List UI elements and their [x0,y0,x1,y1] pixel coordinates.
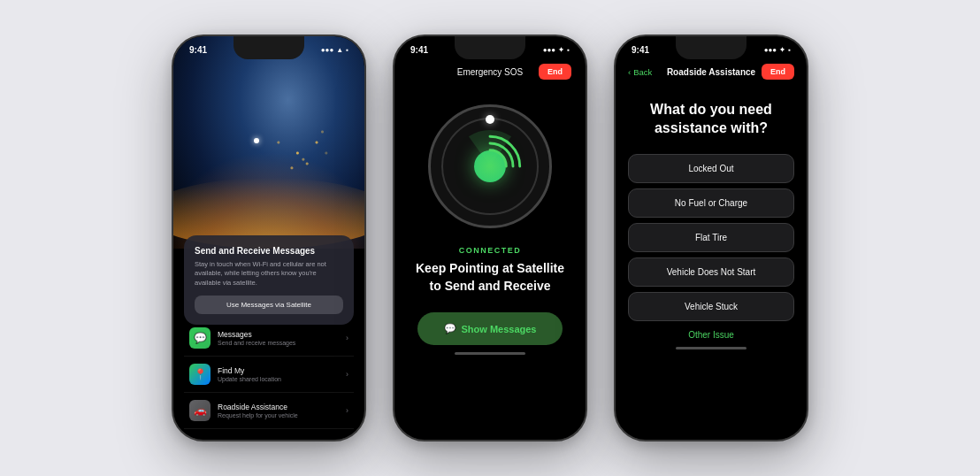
messages-title: Messages [218,330,346,339]
connected-label: CONNECTED [394,246,586,255]
home-indicator [455,352,525,355]
wifi-icon: ▲ [336,46,343,54]
other-issue-link[interactable]: Other Issue [616,330,807,340]
card-title: Send and Receive Messages [195,246,343,256]
phone3-header-title: Roadside Assistance [667,67,755,77]
phone-3: 9:41 ●●● ✦ ▪ ‹ Back Roadside Assistance … [614,35,808,441]
keep-pointing-instruction: Keep Pointing at Satelliteto Send and Re… [394,260,586,295]
phone-1: 9:41 ●●● ▲ ▪ Send and Receive Messages S… [172,35,366,441]
chevron-right-icon: › [346,334,348,342]
signal-icon: ●●● [764,46,777,54]
battery-icon: ▪ [346,46,348,54]
satellite-compass [394,104,586,228]
phone2-header-title: Emergency SOS [457,67,523,77]
roadside-subtitle: Request help for your vehicle [218,412,346,418]
use-messages-satellite-button[interactable]: Use Messages via Satellite [195,296,343,314]
satellite-messages-card: Send and Receive Messages Stay in touch … [184,235,354,326]
phone3-header: ‹ Back Roadside Assistance End [616,58,807,87]
findmy-list-text: Find My Update shared location [218,366,346,382]
phone-2: 9:41 ●●● ✦ ▪ Emergency SOS End [393,35,587,441]
list-item-roadside[interactable]: 🚗 Roadside Assistance Request help for y… [184,393,354,429]
earth-background [173,36,364,249]
battery-icon: ▪ [788,46,791,54]
show-messages-button[interactable]: 💬 Show Messages [417,312,563,345]
roadside-list-text: Roadside Assistance Request help for you… [218,403,346,418]
phone1-screen: 9:41 ●●● ▲ ▪ Send and Receive Messages S… [173,36,364,440]
phone1-time: 9:41 [189,45,207,55]
phone3-time: 9:41 [632,45,649,55]
roadside-title: Roadside Assistance [218,403,346,411]
signal-icon: ●●● [321,46,334,54]
assistance-options-list: Locked Out No Fuel or Charge Flat Tire V… [616,154,807,321]
phone2-time: 9:41 [410,45,428,55]
compass-inner-ring [441,118,539,215]
satellite-signal-icon: ✦ [558,46,564,54]
option-no-fuel[interactable]: No Fuel or Charge [628,188,794,218]
end-button[interactable]: End [762,64,794,80]
signal-arc [443,119,537,213]
signal-icon: ●●● [543,46,556,54]
end-button[interactable]: End [539,64,571,80]
phone2-status-icons: ●●● ✦ ▪ [543,46,570,54]
findmy-subtitle: Update shared location [218,376,346,382]
back-button[interactable]: ‹ Back [628,67,652,77]
satellite-position-dot [254,138,259,143]
chevron-right-icon: › [346,370,348,379]
messages-subtitle: Send and receive messages [218,340,346,346]
home-indicator [676,347,746,349]
phone1-status-bar: 9:41 ●●● ▲ ▪ [173,36,364,58]
findmy-title: Find My [218,366,346,375]
card-description: Stay in touch when Wi-Fi and cellular ar… [195,260,343,288]
satellite-top-dot [486,115,494,124]
phone1-app-list: 💬 Messages Send and receive messages › 📍… [184,320,354,429]
findmy-app-icon: 📍 [189,364,211,385]
option-vehicle-stuck[interactable]: Vehicle Stuck [628,292,794,321]
satellite-signal-icon: ✦ [779,46,785,54]
city-lights [173,36,364,249]
option-no-start[interactable]: Vehicle Does Not Start [628,257,794,287]
option-flat-tire[interactable]: Flat Tire [628,223,794,252]
compass-outer-ring [428,104,552,228]
chevron-left-icon: ‹ [628,67,631,77]
assistance-question: What do you need assistance with? [616,87,807,154]
back-label: Back [633,67,652,77]
list-item-findmy[interactable]: 📍 Find My Update shared location › [184,357,354,393]
roadside-app-icon: 🚗 [189,400,211,421]
battery-icon: ▪ [567,46,570,54]
phone2-status-bar: 9:41 ●●● ✦ ▪ [394,36,586,58]
phone2-screen: 9:41 ●●● ✦ ▪ Emergency SOS End [394,36,586,440]
phone3-screen: 9:41 ●●● ✦ ▪ ‹ Back Roadside Assistance … [616,36,807,440]
phone1-status-icons: ●●● ▲ ▪ [321,46,348,54]
phone3-status-bar: 9:41 ●●● ✦ ▪ [616,36,807,58]
message-bubble-icon: 💬 [444,323,456,334]
messages-list-text: Messages Send and receive messages [218,330,346,346]
chevron-right-icon: › [346,406,348,415]
show-messages-label: Show Messages [462,324,537,334]
option-locked-out[interactable]: Locked Out [628,154,794,183]
messages-app-icon: 💬 [189,327,211,349]
phone2-header: Emergency SOS End [394,58,586,87]
list-item-messages[interactable]: 💬 Messages Send and receive messages › [184,320,354,357]
phone3-status-icons: ●●● ✦ ▪ [764,46,791,54]
